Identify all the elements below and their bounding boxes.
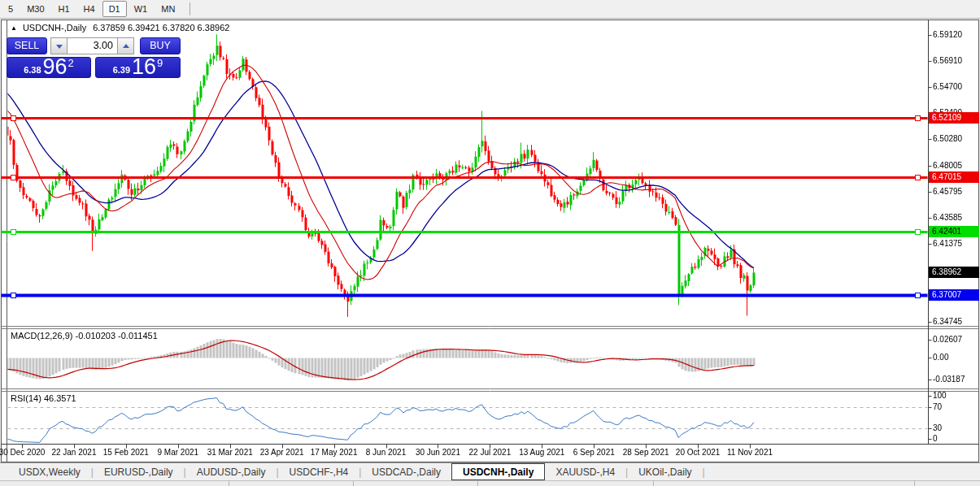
trading-terminal: 5M30H1H4D1W1MN ▲USDCNH-,Daily6.37859 6.3… <box>0 0 980 486</box>
date-axis-label: 30 Dec 2020 <box>0 448 45 457</box>
timeframe-button-5[interactable]: 5 <box>2 1 20 17</box>
price-level-badge: 6.42401 <box>929 226 979 237</box>
date-axis-label: 13 Aug 2021 <box>519 448 564 457</box>
price-axis-label: 6.54700 <box>933 82 962 91</box>
date-axis-label: 30 Jun 2021 <box>416 448 460 457</box>
macd-axis-label: -0.03187 <box>933 375 965 384</box>
status-strip <box>0 480 980 486</box>
toolbar-separator <box>189 2 190 15</box>
date-axis-label: 15 Feb 2021 <box>103 448 149 457</box>
chart-symbol-label: USDCNH-,Daily <box>23 23 86 33</box>
symbol-tab-usdchfh4[interactable]: USDCHF-,H4 <box>279 463 359 480</box>
date-axis-label: 22 Jul 2021 <box>469 448 512 457</box>
current-price-badge: 6.38962 <box>929 267 979 278</box>
status-cell-divider <box>353 481 354 486</box>
date-axis-label: 9 Mar 2021 <box>157 448 198 457</box>
timeframe-toolbar: 5M30H1H4D1W1MN <box>0 0 980 19</box>
sell-price-display[interactable]: 6.38962 <box>7 57 91 78</box>
volume-input[interactable]: 3.00 <box>68 37 117 54</box>
date-axis-label: 8 Jun 2021 <box>366 448 407 457</box>
price-axis-label: 6.59120 <box>933 30 962 39</box>
status-cell-divider <box>914 481 915 486</box>
rsi-label: RSI(14) 46.3571 <box>11 393 76 403</box>
rsi-axis-label: 0 <box>933 434 938 443</box>
price-level-badge: 6.47015 <box>929 171 979 183</box>
chart-title: ▲USDCNH-,Daily6.37859 6.39421 6.37820 6.… <box>11 23 229 33</box>
date-axis-label: 11 Nov 2021 <box>727 448 773 457</box>
date-axis-label: 31 Mar 2021 <box>207 448 253 457</box>
buy-price-sup: 9 <box>157 57 163 69</box>
buy-price-small: 6.39 <box>113 65 130 75</box>
price-axis-label: 6.41375 <box>933 239 962 248</box>
price-axis-label: 6.56910 <box>933 56 962 65</box>
rsi-axis-label: 70 <box>933 402 942 411</box>
price-axis-label: 6.50280 <box>933 134 962 143</box>
symbol-tab-bar: USDX,Weekly|EURUSD-,Daily|AUDUSD-,Daily|… <box>0 462 980 480</box>
timeframe-button-d1[interactable]: D1 <box>102 1 127 17</box>
timeframe-button-h4[interactable]: H4 <box>77 1 102 17</box>
rsi-axis-label: 30 <box>933 423 942 432</box>
sell-price-small: 6.38 <box>24 65 41 75</box>
status-cell-divider <box>653 481 654 486</box>
timeframe-button-m30[interactable]: M30 <box>20 1 50 17</box>
rsi-axis-label: 100 <box>933 391 947 400</box>
tab-separator: | <box>703 463 705 480</box>
macd-axis-label: 0.02607 <box>933 335 962 344</box>
symbol-tab-audusddaily[interactable]: AUDUSD-,Daily <box>186 463 277 480</box>
price-level-badge: 6.52109 <box>929 112 979 124</box>
ohlc-toggle-icon[interactable]: ▲ <box>11 24 17 32</box>
volume-increase-button[interactable] <box>117 37 134 54</box>
ohlc-values: 6.37859 6.39421 6.37820 6.38962 <box>93 23 229 33</box>
price-axis-label: 6.43585 <box>933 213 962 222</box>
buy-price-big: 16 <box>132 57 156 77</box>
status-cell-divider <box>477 481 478 486</box>
price-axis-label: 6.45795 <box>933 187 962 196</box>
volume-decrease-button[interactable] <box>50 37 68 54</box>
date-axis-label: 28 Sep 2021 <box>623 448 669 457</box>
date-axis-label: 17 May 2021 <box>311 448 358 457</box>
timeframe-button-h1[interactable]: H1 <box>52 1 76 17</box>
timeframe-button-mn[interactable]: MN <box>155 1 181 17</box>
sell-price-sup: 2 <box>68 57 74 69</box>
chevron-down-icon <box>56 45 63 49</box>
symbol-tab-eurusddaily[interactable]: EURUSD-,Daily <box>94 463 184 480</box>
buy-price-display[interactable]: 6.39169 <box>95 57 181 78</box>
macd-label: MACD(12,26,9) -0.010203 -0.011451 <box>11 331 158 341</box>
symbol-tab-xauusdh4[interactable]: XAUUSD-,H4 <box>545 463 625 480</box>
status-cell-divider <box>229 481 229 486</box>
date-axis-label: 20 Oct 2021 <box>676 448 720 457</box>
sell-button[interactable]: SELL <box>7 37 47 54</box>
price-axis-label: 6.34745 <box>933 317 962 326</box>
date-axis-label: 6 Sep 2021 <box>573 448 615 457</box>
one-click-trade-panel: SELL 3.00 BUY 6.38962 6.39169 <box>7 37 181 78</box>
symbol-tab-ukoildaily[interactable]: UKOil-,Daily <box>628 463 702 480</box>
date-axis-label: 22 Jan 2021 <box>51 448 96 457</box>
chevron-up-icon <box>123 44 129 48</box>
buy-button[interactable]: BUY <box>140 37 181 54</box>
symbol-tab-usdcaddaily[interactable]: USDCAD-,Daily <box>361 463 451 480</box>
macd-axis-label: 0.00 <box>933 353 948 362</box>
symbol-tab-usdcnhdaily[interactable]: USDCNH-,Daily <box>451 463 545 480</box>
sell-price-big: 96 <box>43 57 68 77</box>
symbol-tab-usdxweekly[interactable]: USDX,Weekly <box>8 463 91 480</box>
price-axis-label: 6.48005 <box>933 161 962 170</box>
timeframe-button-w1[interactable]: W1 <box>128 1 155 17</box>
price-level-badge: 6.37007 <box>929 289 979 301</box>
date-axis-label: 23 Apr 2021 <box>260 448 304 457</box>
